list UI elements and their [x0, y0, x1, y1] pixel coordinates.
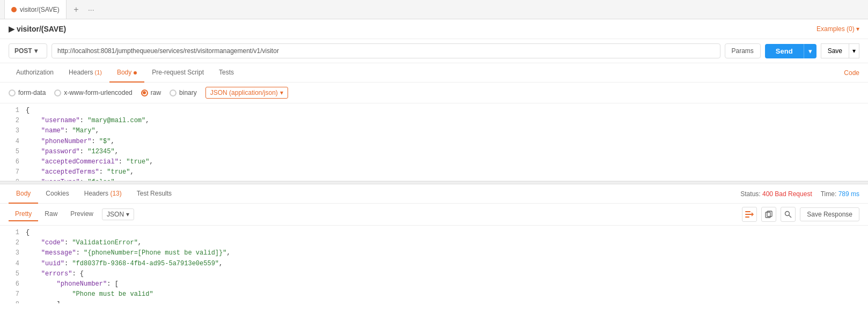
radio-dot-form-data: [9, 89, 16, 96]
body-dot: [134, 71, 137, 74]
svg-rect-2: [745, 217, 749, 218]
response-body-editor: 1 { 2 "code": "ValidationError", 3 "mess…: [0, 226, 868, 303]
resp-line-5: 5 "errors": {: [0, 269, 868, 279]
tab-authorization[interactable]: Authorization: [9, 63, 61, 83]
request-tabs: Authorization Headers (1) Body Pre-reque…: [0, 63, 868, 83]
req-line-1: 1 {: [0, 106, 868, 116]
json-chevron-icon: ▾: [280, 89, 283, 96]
save-response-button[interactable]: Save Response: [800, 207, 859, 221]
resp-line-6: 6 "phoneNumber": [: [0, 279, 868, 289]
req-line-6: 6 "acceptedCommercial": "true",: [0, 157, 868, 167]
save-button[interactable]: Save: [821, 43, 849, 58]
params-button[interactable]: Params: [725, 43, 761, 58]
url-bar: POST ▾ Params Send ▾ Save ▾: [0, 39, 868, 63]
req-line-4: 4 "phoneNumber": "$",: [0, 137, 868, 147]
tab-add-button[interactable]: +: [69, 2, 84, 17]
request-header: ▶ visitor/(SAVE) Examples (0) ▾: [0, 19, 868, 39]
tab-more-button[interactable]: ···: [84, 2, 99, 17]
copy-button[interactable]: [761, 207, 776, 222]
format-raw[interactable]: Raw: [38, 207, 64, 221]
body-type-bar: form-data x-www-form-urlencoded raw bina…: [0, 83, 868, 103]
send-btn-group: Send ▾: [765, 44, 816, 58]
time-value: 789 ms: [838, 190, 859, 198]
svg-rect-0: [745, 211, 751, 212]
status-info: Status: 400 Bad Request Time: 789 ms: [740, 190, 859, 198]
tab-label: visitor/(SAVE): [20, 6, 60, 13]
send-dropdown-button[interactable]: ▾: [804, 44, 816, 58]
json-format-selector[interactable]: JSON ▾: [102, 208, 134, 220]
resp-line-7: 7 "Phone must be valid": [0, 289, 868, 300]
response-tools: Save Response: [742, 207, 859, 222]
req-line-3: 3 "name": "Mary",: [0, 126, 868, 136]
format-preview[interactable]: Preview: [64, 207, 100, 221]
search-button[interactable]: [781, 207, 796, 222]
svg-rect-1: [745, 214, 753, 215]
response-tabs: Body Cookies Headers (13) Test Results S…: [0, 184, 868, 204]
req-line-8: 8 "userType": "false": [0, 177, 868, 181]
copy-icon: [765, 211, 773, 218]
radio-raw[interactable]: raw: [141, 89, 161, 96]
req-line-7: 7 "acceptedTerms": "true",: [0, 167, 868, 177]
method-text: POST: [14, 47, 32, 55]
format-pretty[interactable]: Pretty: [9, 207, 38, 221]
json-type-selector[interactable]: JSON (application/json) ▾: [205, 87, 288, 99]
json-fmt-chevron-icon: ▾: [126, 211, 129, 218]
send-button[interactable]: Send: [765, 44, 804, 58]
req-line-5: 5 "password": "12345",: [0, 147, 868, 157]
wrap-button[interactable]: [742, 207, 757, 222]
status-label: Status: 400 Bad Request: [740, 190, 812, 198]
tab-dot: [11, 7, 17, 12]
save-dropdown-button[interactable]: ▾: [849, 43, 859, 58]
radio-binary[interactable]: binary: [170, 89, 197, 96]
wrap-icon: [745, 211, 754, 218]
resp-tab-body[interactable]: Body: [9, 184, 38, 204]
tab-headers[interactable]: Headers (1): [61, 63, 109, 83]
svg-line-6: [789, 215, 792, 218]
time-label: Time: 789 ms: [821, 190, 859, 198]
resp-line-3: 3 "message": "{phoneNumber=[Phone must b…: [0, 248, 868, 258]
resp-line-2: 2 "code": "ValidationError",: [0, 238, 868, 248]
tab-body[interactable]: Body: [109, 63, 144, 83]
tab-visitor-save[interactable]: visitor/(SAVE): [4, 0, 67, 19]
status-value: 400 Bad Request: [762, 190, 812, 198]
request-title: ▶ visitor/(SAVE): [9, 25, 66, 33]
examples-link[interactable]: Examples (0) ▾: [816, 25, 859, 33]
response-format-bar: Pretty Raw Preview JSON ▾ Save: [0, 204, 868, 226]
resp-line-4: 4 "uuid": "fd8037fb-9368-4fb4-ad95-5a791…: [0, 259, 868, 269]
method-selector[interactable]: POST ▾: [9, 43, 47, 58]
radio-dot-raw: [141, 89, 148, 96]
method-chevron-icon: ▾: [34, 47, 38, 55]
tab-tests[interactable]: Tests: [211, 63, 241, 83]
req-line-2: 2 "username": "mary@mail.com",: [0, 116, 868, 126]
resp-tab-cookies[interactable]: Cookies: [38, 184, 76, 204]
radio-urlencoded[interactable]: x-www-form-urlencoded: [54, 89, 132, 96]
code-link[interactable]: Code: [844, 64, 859, 82]
resp-line-1: 1 {: [0, 228, 868, 238]
tab-prerequest[interactable]: Pre-request Script: [144, 63, 211, 83]
tab-bar: visitor/(SAVE) + ···: [0, 0, 868, 19]
radio-dot-binary: [170, 89, 176, 96]
url-input[interactable]: [52, 43, 720, 58]
radio-form-data[interactable]: form-data: [9, 89, 46, 96]
resp-tab-test-results[interactable]: Test Results: [129, 184, 179, 204]
request-body-editor[interactable]: 1 { 2 "username": "mary@mail.com", 3 "na…: [0, 103, 868, 181]
radio-dot-urlencoded: [54, 89, 61, 96]
save-btn-group: Save ▾: [821, 43, 859, 58]
resp-tab-headers[interactable]: Headers (13): [77, 184, 129, 204]
search-icon: [784, 211, 792, 218]
resp-line-8: 8 ]: [0, 300, 868, 303]
svg-point-5: [785, 212, 790, 216]
